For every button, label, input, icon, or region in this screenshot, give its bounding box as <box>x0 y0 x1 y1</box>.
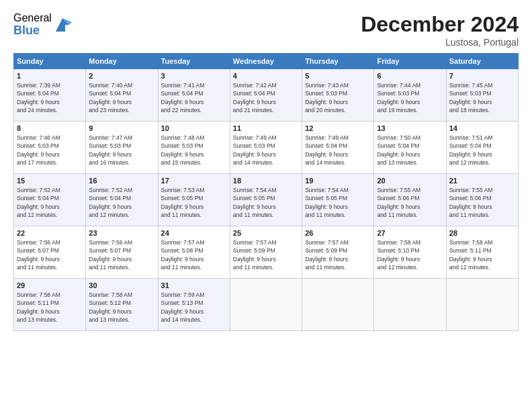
week-row-4: 22Sunrise: 7:56 AMSunset: 5:07 PMDayligh… <box>14 226 519 279</box>
day-detail: Sunrise: 7:58 AMSunset: 5:11 PMDaylight:… <box>17 291 60 323</box>
day-detail: Sunrise: 7:55 AMSunset: 5:06 PMDaylight:… <box>377 187 420 218</box>
day-cell: 29Sunrise: 7:58 AMSunset: 5:11 PMDayligh… <box>14 279 86 331</box>
header-day-monday: Monday <box>86 54 158 69</box>
day-number: 20 <box>377 177 443 185</box>
day-number: 31 <box>161 281 227 289</box>
day-detail: Sunrise: 7:56 AMSunset: 5:07 PMDaylight:… <box>17 239 60 271</box>
day-cell: 20Sunrise: 7:55 AMSunset: 5:06 PMDayligh… <box>374 174 446 226</box>
day-cell <box>374 279 446 331</box>
day-detail: Sunrise: 7:48 AMSunset: 5:03 PMDaylight:… <box>161 134 205 166</box>
day-detail: Sunrise: 7:53 AMSunset: 5:05 PMDaylight:… <box>161 187 205 218</box>
week-row-3: 15Sunrise: 7:52 AMSunset: 5:04 PMDayligh… <box>14 174 519 226</box>
day-number: 11 <box>233 124 299 132</box>
day-cell: 15Sunrise: 7:52 AMSunset: 5:04 PMDayligh… <box>14 174 86 226</box>
day-detail: Sunrise: 7:56 AMSunset: 5:07 PMDaylight:… <box>89 239 132 271</box>
day-cell: 27Sunrise: 7:58 AMSunset: 5:10 PMDayligh… <box>374 226 446 279</box>
day-detail: Sunrise: 7:42 AMSunset: 5:04 PMDaylight:… <box>233 82 277 113</box>
day-cell: 30Sunrise: 7:58 AMSunset: 5:12 PMDayligh… <box>86 279 158 331</box>
day-detail: Sunrise: 7:44 AMSunset: 5:03 PMDaylight:… <box>377 82 420 113</box>
day-number: 25 <box>233 229 299 237</box>
day-cell: 6Sunrise: 7:44 AMSunset: 5:03 PMDaylight… <box>374 69 446 122</box>
day-cell: 11Sunrise: 7:49 AMSunset: 5:03 PMDayligh… <box>230 122 302 174</box>
header-day-friday: Friday <box>374 54 446 69</box>
day-detail: Sunrise: 7:45 AMSunset: 5:03 PMDaylight:… <box>449 82 493 113</box>
day-number: 1 <box>17 72 83 80</box>
day-number: 21 <box>449 177 515 185</box>
logo: General Blue <box>13 12 72 37</box>
day-number: 5 <box>305 72 371 80</box>
day-cell: 19Sunrise: 7:54 AMSunset: 5:05 PMDayligh… <box>302 174 374 226</box>
day-detail: Sunrise: 7:51 AMSunset: 5:04 PMDaylight:… <box>449 134 493 166</box>
day-number: 3 <box>161 72 227 80</box>
month-title: December 2024 <box>361 12 519 37</box>
header-day-saturday: Saturday <box>446 54 518 69</box>
day-cell: 3Sunrise: 7:41 AMSunset: 5:04 PMDaylight… <box>158 69 230 122</box>
location: Lustosa, Portugal <box>361 37 519 48</box>
day-number: 19 <box>305 177 371 185</box>
day-number: 18 <box>233 177 299 185</box>
day-detail: Sunrise: 7:41 AMSunset: 5:04 PMDaylight:… <box>161 82 205 113</box>
day-number: 30 <box>89 281 154 289</box>
day-number: 12 <box>305 124 371 132</box>
day-number: 13 <box>377 124 443 132</box>
day-cell: 17Sunrise: 7:53 AMSunset: 5:05 PMDayligh… <box>158 174 230 226</box>
day-detail: Sunrise: 7:52 AMSunset: 5:04 PMDaylight:… <box>89 187 132 218</box>
calendar-header: SundayMondayTuesdayWednesdayThursdayFrid… <box>14 54 519 69</box>
logo-blue: Blue <box>13 24 52 38</box>
day-cell: 5Sunrise: 7:43 AMSunset: 5:03 PMDaylight… <box>302 69 374 122</box>
day-detail: Sunrise: 7:58 AMSunset: 5:11 PMDaylight:… <box>449 239 493 271</box>
day-cell: 24Sunrise: 7:57 AMSunset: 5:08 PMDayligh… <box>158 226 230 279</box>
day-number: 28 <box>449 229 515 237</box>
page-header: General Blue December 2024 Lustosa, Port… <box>13 12 519 48</box>
day-number: 22 <box>17 229 83 237</box>
day-detail: Sunrise: 7:47 AMSunset: 5:03 PMDaylight:… <box>89 134 132 166</box>
day-detail: Sunrise: 7:40 AMSunset: 5:04 PMDaylight:… <box>89 82 132 113</box>
day-cell: 8Sunrise: 7:46 AMSunset: 5:03 PMDaylight… <box>14 122 86 174</box>
day-detail: Sunrise: 7:50 AMSunset: 5:04 PMDaylight:… <box>377 134 420 166</box>
day-number: 9 <box>89 124 154 132</box>
day-detail: Sunrise: 7:57 AMSunset: 5:09 PMDaylight:… <box>305 239 349 271</box>
calendar-table: SundayMondayTuesdayWednesdayThursdayFrid… <box>13 53 519 331</box>
day-cell <box>446 279 518 331</box>
day-number: 6 <box>377 72 443 80</box>
day-cell: 2Sunrise: 7:40 AMSunset: 5:04 PMDaylight… <box>86 69 158 122</box>
day-number: 29 <box>17 281 83 289</box>
day-cell: 12Sunrise: 7:49 AMSunset: 5:04 PMDayligh… <box>302 122 374 174</box>
day-cell: 26Sunrise: 7:57 AMSunset: 5:09 PMDayligh… <box>302 226 374 279</box>
week-row-1: 1Sunrise: 7:39 AMSunset: 5:04 PMDaylight… <box>14 69 519 122</box>
day-number: 23 <box>89 229 154 237</box>
calendar-page: General Blue December 2024 Lustosa, Port… <box>0 0 532 411</box>
day-cell: 23Sunrise: 7:56 AMSunset: 5:07 PMDayligh… <box>86 226 158 279</box>
header-day-sunday: Sunday <box>14 54 86 69</box>
day-detail: Sunrise: 7:55 AMSunset: 5:06 PMDaylight:… <box>449 187 493 218</box>
day-cell: 21Sunrise: 7:55 AMSunset: 5:06 PMDayligh… <box>446 174 518 226</box>
day-detail: Sunrise: 7:57 AMSunset: 5:08 PMDaylight:… <box>161 239 205 271</box>
day-cell: 7Sunrise: 7:45 AMSunset: 5:03 PMDaylight… <box>446 69 518 122</box>
logo-icon <box>53 15 72 34</box>
day-detail: Sunrise: 7:39 AMSunset: 5:04 PMDaylight:… <box>17 82 60 113</box>
day-detail: Sunrise: 7:52 AMSunset: 5:04 PMDaylight:… <box>17 187 60 218</box>
header-row: SundayMondayTuesdayWednesdayThursdayFrid… <box>14 54 519 69</box>
week-row-5: 29Sunrise: 7:58 AMSunset: 5:11 PMDayligh… <box>14 279 519 331</box>
day-cell: 28Sunrise: 7:58 AMSunset: 5:11 PMDayligh… <box>446 226 518 279</box>
day-number: 16 <box>89 177 154 185</box>
day-number: 10 <box>161 124 227 132</box>
day-detail: Sunrise: 7:57 AMSunset: 5:09 PMDaylight:… <box>233 239 277 271</box>
logo-text: General Blue <box>13 12 52 37</box>
header-day-wednesday: Wednesday <box>230 54 302 69</box>
day-number: 27 <box>377 229 443 237</box>
day-number: 26 <box>305 229 371 237</box>
day-number: 24 <box>161 229 227 237</box>
header-day-thursday: Thursday <box>302 54 374 69</box>
day-detail: Sunrise: 7:49 AMSunset: 5:03 PMDaylight:… <box>233 134 277 166</box>
day-detail: Sunrise: 7:58 AMSunset: 5:10 PMDaylight:… <box>377 239 420 271</box>
day-detail: Sunrise: 7:49 AMSunset: 5:04 PMDaylight:… <box>305 134 349 166</box>
day-cell: 10Sunrise: 7:48 AMSunset: 5:03 PMDayligh… <box>158 122 230 174</box>
day-number: 7 <box>449 72 515 80</box>
day-number: 2 <box>89 72 154 80</box>
day-cell: 13Sunrise: 7:50 AMSunset: 5:04 PMDayligh… <box>374 122 446 174</box>
day-cell: 18Sunrise: 7:54 AMSunset: 5:05 PMDayligh… <box>230 174 302 226</box>
calendar-body: 1Sunrise: 7:39 AMSunset: 5:04 PMDaylight… <box>14 69 519 331</box>
week-row-2: 8Sunrise: 7:46 AMSunset: 5:03 PMDaylight… <box>14 122 519 174</box>
day-cell: 25Sunrise: 7:57 AMSunset: 5:09 PMDayligh… <box>230 226 302 279</box>
